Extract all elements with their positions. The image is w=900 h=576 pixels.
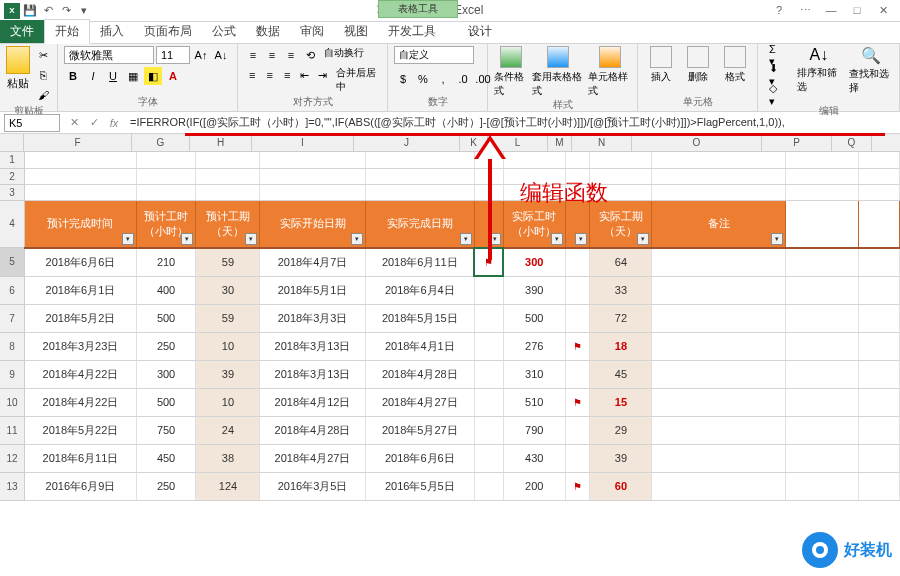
data-cell[interactable]: 276 [503, 332, 565, 360]
data-cell[interactable]: 310 [503, 360, 565, 388]
filter-icon[interactable]: ▾ [460, 233, 472, 245]
flag-cell[interactable] [474, 360, 503, 388]
col-header-j[interactable]: J [354, 134, 460, 151]
shrink-font-icon[interactable]: A↓ [212, 46, 230, 64]
th-expected-hours[interactable]: 预计工时（小时）▾ [136, 200, 196, 248]
flag-cell[interactable] [565, 360, 590, 388]
filter-icon[interactable]: ▾ [351, 233, 363, 245]
empty-cell[interactable] [260, 152, 365, 168]
empty-cell[interactable] [136, 168, 196, 184]
flag-cell[interactable] [565, 304, 590, 332]
flag-cell[interactable] [474, 304, 503, 332]
indent-left-icon[interactable]: ⇤ [297, 66, 314, 84]
find-select-button[interactable]: 🔍查找和选择 [849, 46, 893, 95]
empty-cell[interactable] [786, 276, 858, 304]
empty-cell[interactable] [786, 444, 858, 472]
data-cell[interactable]: 60 [590, 472, 652, 500]
data-cell[interactable]: 24 [196, 416, 260, 444]
tab-design[interactable]: 设计 [458, 20, 502, 43]
filter-icon[interactable]: ▾ [771, 233, 783, 245]
data-cell[interactable]: 2016年3月5日 [260, 472, 365, 500]
col-header-n[interactable]: N [572, 134, 632, 151]
fx-icon[interactable]: fx [104, 117, 124, 129]
data-cell[interactable]: 2018年6月11日 [365, 248, 474, 277]
data-cell[interactable]: 2018年6月1日 [25, 276, 136, 304]
empty-cell[interactable] [858, 472, 899, 500]
data-cell[interactable]: 2018年5月27日 [365, 416, 474, 444]
filter-icon[interactable]: ▾ [575, 233, 587, 245]
align-right-icon[interactable]: ≡ [279, 66, 296, 84]
data-cell[interactable]: 2018年6月6日 [25, 248, 136, 277]
align-center-icon[interactable]: ≡ [262, 66, 279, 84]
data-cell[interactable]: 430 [503, 444, 565, 472]
empty-cell[interactable] [25, 184, 136, 200]
col-header-h[interactable]: H [190, 134, 252, 151]
empty-cell[interactable] [858, 388, 899, 416]
qa-dropdown-icon[interactable]: ▾ [76, 3, 92, 19]
fill-color-button[interactable]: ◧ [144, 67, 162, 85]
merge-button[interactable]: 合并后居中 [336, 66, 381, 94]
empty-cell[interactable] [786, 152, 858, 168]
clear-button[interactable]: ◇ ▾ [764, 86, 789, 104]
empty-cell[interactable] [196, 168, 260, 184]
maximize-icon[interactable]: □ [846, 4, 868, 17]
data-cell[interactable]: 200 [503, 472, 565, 500]
data-cell[interactable]: 2018年6月6日 [365, 444, 474, 472]
spreadsheet[interactable]: 1234 预计完成时间▾ 预计工时（小时）▾ 预计工期（天）▾ 实际开始日期▾ … [0, 152, 900, 501]
data-cell[interactable]: 29 [590, 416, 652, 444]
flag-cell[interactable]: ⚑ [565, 472, 590, 500]
empty-cell[interactable] [786, 388, 858, 416]
row-header[interactable]: 10 [0, 388, 25, 416]
wrap-text-button[interactable]: 自动换行 [324, 46, 364, 64]
data-cell[interactable]: 510 [503, 388, 565, 416]
data-cell[interactable] [652, 416, 786, 444]
tab-developer[interactable]: 开发工具 [378, 20, 446, 43]
data-cell[interactable]: 390 [503, 276, 565, 304]
format-cell-button[interactable]: 格式 [724, 46, 746, 84]
row-header[interactable]: 1 [0, 152, 25, 168]
data-cell[interactable]: 39 [196, 360, 260, 388]
align-top-icon[interactable]: ≡ [244, 46, 262, 64]
flag-cell[interactable] [474, 332, 503, 360]
tab-formulas[interactable]: 公式 [202, 20, 246, 43]
empty-cell[interactable] [196, 152, 260, 168]
empty-cell[interactable] [858, 152, 899, 168]
data-cell[interactable]: 38 [196, 444, 260, 472]
sort-filter-button[interactable]: A↓排序和筛选 [797, 46, 841, 94]
font-size-input[interactable] [156, 46, 190, 64]
cancel-formula-icon[interactable]: ✕ [64, 116, 84, 129]
data-cell[interactable]: 2018年4月27日 [365, 388, 474, 416]
empty-cell[interactable] [503, 152, 565, 168]
col-header-o[interactable]: O [632, 134, 762, 151]
currency-icon[interactable]: $ [394, 70, 412, 88]
data-cell[interactable]: 2018年4月27日 [260, 444, 365, 472]
row-header[interactable]: 11 [0, 416, 25, 444]
row-header[interactable]: 2 [0, 168, 25, 184]
minimize-icon[interactable]: — [820, 4, 842, 17]
empty-cell[interactable] [365, 168, 474, 184]
data-cell[interactable]: 2018年4月28日 [365, 360, 474, 388]
empty-cell[interactable] [590, 152, 652, 168]
orientation-icon[interactable]: ⟲ [301, 46, 319, 64]
filter-icon[interactable]: ▾ [637, 233, 649, 245]
tab-view[interactable]: 视图 [334, 20, 378, 43]
qa-redo-icon[interactable]: ↷ [58, 3, 74, 19]
grow-font-icon[interactable]: A↑ [192, 46, 210, 64]
flag-cell[interactable] [474, 388, 503, 416]
th-expected-days[interactable]: 预计工期（天）▾ [196, 200, 260, 248]
row-header[interactable]: 8 [0, 332, 25, 360]
flag-cell[interactable] [474, 276, 503, 304]
empty-cell[interactable] [786, 304, 858, 332]
font-name-input[interactable] [64, 46, 154, 64]
data-cell[interactable] [652, 248, 786, 277]
data-cell[interactable] [652, 388, 786, 416]
select-all-corner[interactable] [0, 134, 24, 151]
data-cell[interactable]: 2018年3月3日 [260, 304, 365, 332]
help-icon[interactable]: ? [768, 4, 790, 17]
empty-cell[interactable] [858, 200, 899, 248]
filter-icon[interactable]: ▾ [245, 233, 257, 245]
empty-cell[interactable] [858, 184, 899, 200]
data-cell[interactable]: 10 [196, 388, 260, 416]
cut-icon[interactable]: ✂ [34, 46, 52, 64]
flag-cell[interactable]: ⚑ [565, 388, 590, 416]
